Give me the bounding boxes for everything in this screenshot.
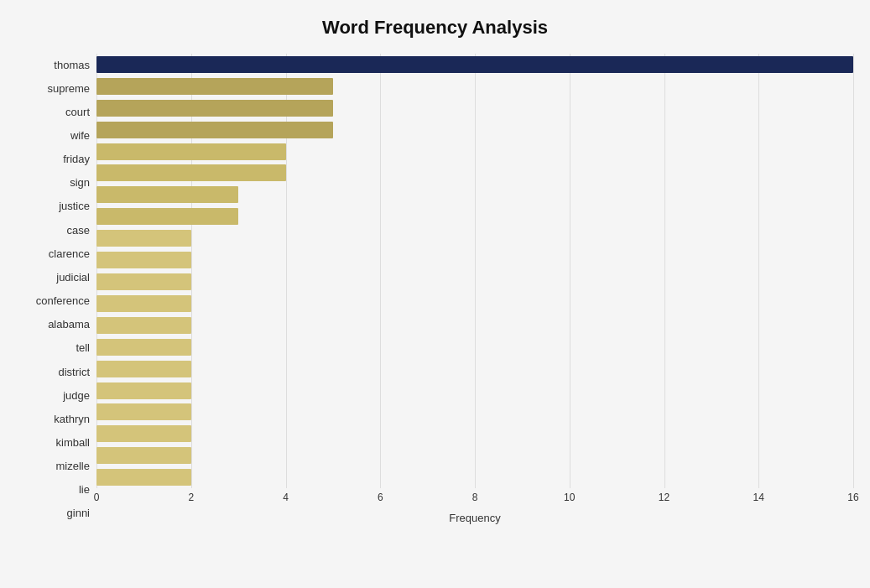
y-axis-label: case xyxy=(67,219,90,241)
bar-row xyxy=(96,206,853,227)
x-tick-label: 4 xyxy=(283,492,289,503)
x-tick-label: 2 xyxy=(188,492,194,503)
bars-wrapper xyxy=(96,54,853,488)
bar-row xyxy=(96,293,853,315)
bar xyxy=(96,469,191,486)
bar xyxy=(96,143,286,160)
bar-row xyxy=(96,380,853,402)
y-axis-label: tell xyxy=(76,337,90,359)
chart-area: thomassupremecourtwifefridaysignjusticec… xyxy=(17,54,853,524)
bar xyxy=(96,56,853,73)
bar xyxy=(96,403,191,420)
bar xyxy=(96,252,191,268)
y-axis-label: supreme xyxy=(47,77,90,99)
y-axis-label: alabama xyxy=(48,314,90,336)
bar-row xyxy=(96,358,853,380)
bar xyxy=(96,317,191,334)
bar-row xyxy=(96,141,853,163)
y-axis-label: sign xyxy=(70,172,90,194)
bar xyxy=(96,273,191,290)
x-tick-label: 6 xyxy=(378,492,383,503)
bar-row xyxy=(96,163,853,185)
x-tick-label: 12 xyxy=(659,492,669,503)
y-axis: thomassupremecourtwifefridaysignjusticec… xyxy=(17,54,96,524)
bar-row xyxy=(96,445,853,466)
x-tick-label: 14 xyxy=(753,492,764,503)
grid-line xyxy=(853,54,854,488)
bar-row xyxy=(96,423,853,445)
y-axis-label: judge xyxy=(63,384,90,406)
y-axis-label: friday xyxy=(63,148,90,170)
y-axis-label: district xyxy=(58,361,90,382)
y-axis-label: thomas xyxy=(54,54,90,75)
bar xyxy=(96,447,191,464)
chart-container: Word Frequency Analysis thomassupremecou… xyxy=(0,0,870,588)
y-axis-label: judicial xyxy=(56,266,90,288)
y-axis-label: kathryn xyxy=(54,408,90,429)
bar xyxy=(96,361,191,377)
x-tick-label: 0 xyxy=(94,492,100,503)
bar xyxy=(96,208,238,225)
bar-row xyxy=(96,227,853,249)
bar xyxy=(96,382,191,399)
bar xyxy=(96,186,238,203)
plot-area: 0246810121416 Frequency xyxy=(96,54,853,524)
bar-row xyxy=(96,402,853,424)
y-axis-label: mizelle xyxy=(56,455,90,477)
x-ticks-row: 0246810121416 xyxy=(96,492,853,508)
y-axis-label: justice xyxy=(59,195,90,217)
bar xyxy=(96,78,333,95)
y-axis-label: kimball xyxy=(56,432,90,454)
y-axis-label: lie xyxy=(79,479,90,501)
bar xyxy=(96,122,333,138)
y-axis-label: ginni xyxy=(67,502,90,524)
y-axis-label: court xyxy=(65,101,90,122)
y-axis-label: conference xyxy=(36,290,90,312)
bar-row xyxy=(96,97,853,119)
x-tick-label: 8 xyxy=(472,492,478,503)
bar-row xyxy=(96,466,853,488)
chart-title: Word Frequency Analysis xyxy=(17,17,853,39)
bar xyxy=(96,339,191,356)
grid-and-bars xyxy=(96,54,853,488)
bar-row xyxy=(96,119,853,141)
bar-row xyxy=(96,315,853,336)
x-tick-label: 10 xyxy=(564,492,575,503)
bar-row xyxy=(96,336,853,358)
bar xyxy=(96,425,191,442)
bar-row xyxy=(96,54,853,75)
y-axis-label: clarence xyxy=(49,242,90,264)
bar-row xyxy=(96,75,853,97)
bar xyxy=(96,230,191,247)
bar-row xyxy=(96,184,853,206)
x-tick-label: 16 xyxy=(847,492,858,503)
bar xyxy=(96,164,286,181)
bar-row xyxy=(96,249,853,271)
bar xyxy=(96,100,333,117)
bar-row xyxy=(96,271,853,293)
bar xyxy=(96,295,191,312)
x-axis-label: Frequency xyxy=(96,512,853,524)
y-axis-label: wife xyxy=(70,124,90,146)
